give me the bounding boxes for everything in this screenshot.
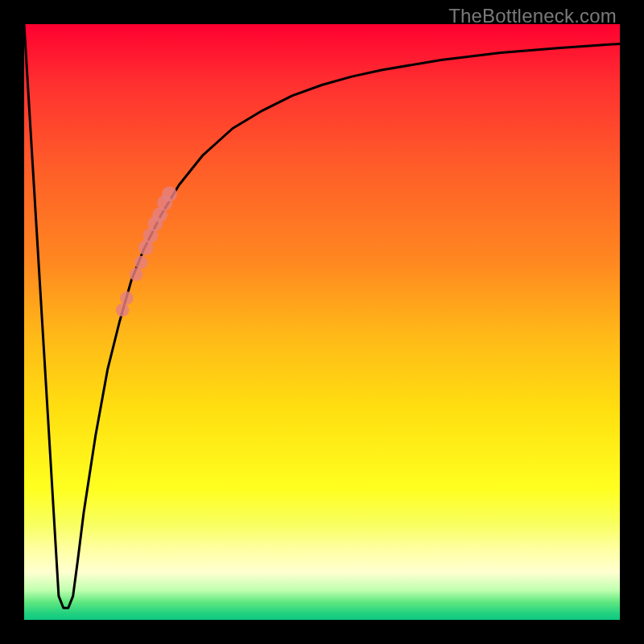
series-marker (120, 291, 134, 305)
plot-area (24, 24, 620, 620)
series-marker (162, 187, 177, 202)
series-marker (116, 303, 130, 317)
series-marker (130, 268, 143, 282)
series-marker (134, 256, 148, 270)
markers-group (116, 187, 177, 317)
chart-frame: TheBottleneck.com (0, 0, 644, 644)
curve-svg (24, 24, 620, 620)
bottleneck-curve (24, 24, 620, 608)
